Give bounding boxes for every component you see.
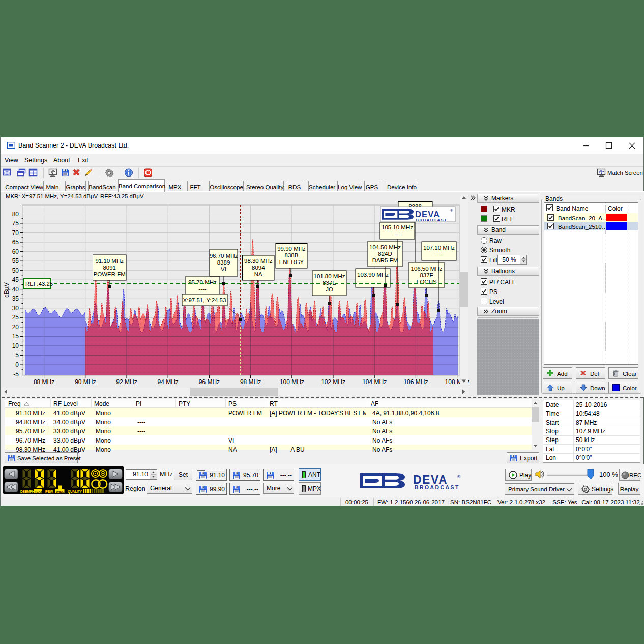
svg-text:104.50 MHz: 104.50 MHz bbox=[369, 244, 401, 250]
svg-text:REF:43.25: REF:43.25 bbox=[25, 281, 53, 287]
svg-text:80: 80 bbox=[12, 211, 19, 218]
svg-text:50: 50 bbox=[12, 267, 19, 274]
svg-text:DAR5 FM: DAR5 FM bbox=[372, 257, 398, 264]
svg-text:0: 0 bbox=[15, 361, 19, 368]
svg-text:8389: 8389 bbox=[217, 259, 230, 266]
svg-text:10: 10 bbox=[12, 342, 19, 349]
svg-text:91.10 MHz: 91.10 MHz bbox=[95, 258, 124, 264]
svg-text:104 MHz: 104 MHz bbox=[362, 378, 387, 386]
svg-text:35: 35 bbox=[12, 295, 19, 302]
svg-text:103.90 MHz: 103.90 MHz bbox=[357, 272, 389, 278]
svg-text:QUALITY: QUALITY bbox=[68, 490, 82, 494]
svg-text:20: 20 bbox=[12, 324, 19, 331]
svg-text:55: 55 bbox=[12, 257, 19, 265]
svg-text:®: ® bbox=[457, 474, 461, 479]
svg-text:99.90 MHz: 99.90 MHz bbox=[277, 246, 306, 252]
svg-text:60: 60 bbox=[12, 248, 19, 255]
svg-text:®: ® bbox=[450, 209, 453, 212]
svg-text:94 MHz: 94 MHz bbox=[158, 378, 179, 386]
svg-text:----: ---- bbox=[198, 286, 206, 292]
svg-text:30: 30 bbox=[12, 305, 19, 312]
svg-text:96 MHz: 96 MHz bbox=[199, 378, 220, 386]
svg-text:824D: 824D bbox=[378, 251, 392, 257]
svg-text:ENERGY: ENERGY bbox=[279, 259, 304, 265]
svg-text:98.30 MHz: 98.30 MHz bbox=[244, 258, 273, 264]
svg-text:8094: 8094 bbox=[252, 265, 265, 271]
svg-text:FLAT: FLAT bbox=[35, 490, 43, 493]
svg-text:106.50 MHz: 106.50 MHz bbox=[411, 266, 442, 272]
svg-text:100 MHz: 100 MHz bbox=[280, 378, 304, 386]
svg-text:25: 25 bbox=[12, 314, 19, 321]
svg-text:107.10 MHz: 107.10 MHz bbox=[423, 245, 455, 251]
svg-text:101.80 MHz: 101.80 MHz bbox=[313, 273, 345, 279]
svg-text:95.70 MHz: 95.70 MHz bbox=[188, 279, 217, 285]
svg-text:45: 45 bbox=[12, 276, 19, 283]
svg-text:----: ---- bbox=[393, 231, 401, 237]
svg-text:96.70 MHz: 96.70 MHz bbox=[210, 253, 238, 259]
svg-text:92 MHz: 92 MHz bbox=[116, 378, 137, 386]
svg-text:WIDE: WIDE bbox=[56, 490, 64, 493]
svg-text:106 MHz: 106 MHz bbox=[403, 378, 428, 386]
svg-text:----: ---- bbox=[435, 251, 443, 257]
svg-text:75: 75 bbox=[12, 220, 19, 227]
svg-text:98 MHz: 98 MHz bbox=[240, 378, 261, 386]
svg-text:BROADCAST: BROADCAST bbox=[415, 485, 460, 490]
svg-text:88 MHz: 88 MHz bbox=[34, 378, 54, 386]
svg-text:X:97.51, Y:24.53: X:97.51, Y:24.53 bbox=[183, 297, 226, 303]
svg-text:NA: NA bbox=[254, 271, 262, 277]
svg-text:837F: 837F bbox=[420, 272, 433, 278]
svg-text:VI: VI bbox=[221, 266, 226, 272]
svg-text:70: 70 bbox=[12, 229, 19, 237]
svg-text:dBµV: dBµV bbox=[3, 282, 10, 298]
svg-text:40: 40 bbox=[12, 286, 19, 293]
svg-text:838B: 838B bbox=[285, 252, 299, 258]
svg-text:DEEMPH: DEEMPH bbox=[20, 490, 35, 493]
svg-text:POWER FM: POWER FM bbox=[94, 271, 126, 277]
svg-text:90 MHz: 90 MHz bbox=[75, 378, 96, 386]
svg-text:-5: -5 bbox=[13, 371, 19, 378]
svg-text:BROADCAST: BROADCAST bbox=[416, 218, 448, 222]
svg-text:102 MHz: 102 MHz bbox=[321, 378, 345, 386]
svg-text:65: 65 bbox=[12, 239, 19, 246]
svg-text:5: 5 bbox=[15, 352, 19, 359]
svg-text:15: 15 bbox=[12, 333, 19, 340]
svg-text:105.10 MHz: 105.10 MHz bbox=[382, 224, 413, 230]
svg-text:IFBW: IFBW bbox=[45, 490, 53, 493]
svg-text:8091: 8091 bbox=[103, 265, 116, 271]
svg-text:JO: JO bbox=[326, 286, 333, 292]
